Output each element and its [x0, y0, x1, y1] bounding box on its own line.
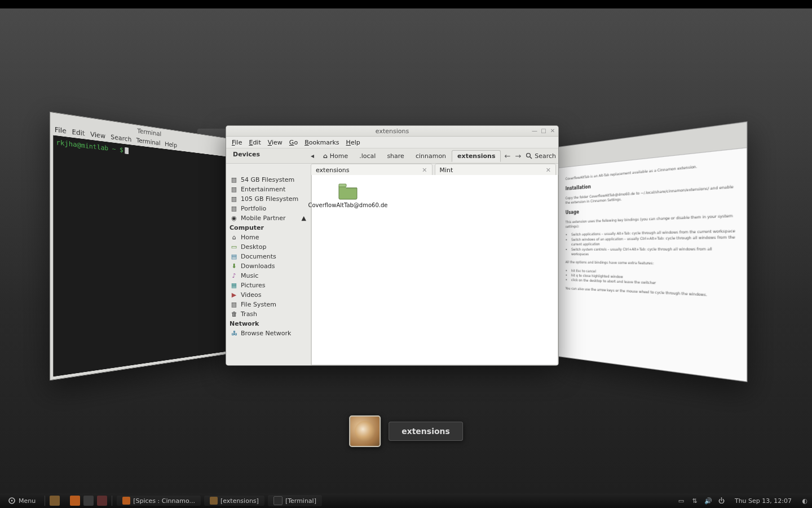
sidebar-item-label: 54 GB Filesystem — [241, 176, 294, 183]
sidebar-item-music[interactable]: ♪Music — [228, 271, 308, 281]
sidebar-item-home[interactable]: ⌂Home — [228, 233, 308, 242]
fm-sidebar[interactable]: ▥54 GB Filesystem ▥Entertainment ▥105 GB… — [226, 175, 311, 365]
window-file-manager[interactable]: extensions — □ ✕ File Edit View Go Bookm… — [226, 125, 559, 366]
network-tray-icon[interactable]: ⇅ — [691, 497, 699, 505]
display-icon[interactable]: ▭ — [677, 497, 685, 505]
sidebar-item-label: Videos — [241, 291, 262, 299]
usb-icon: ◉ — [231, 214, 237, 221]
menu-edit[interactable]: Edit — [249, 139, 261, 146]
sidebar-item-label: Mobile Partner — [241, 214, 286, 222]
bottom-panel[interactable]: Menu [Spices : Cinnamo... [extensions] [… — [0, 493, 812, 508]
window-terminal[interactable]: Terminal File Edit View Search Terminal … — [50, 112, 230, 381]
task-icon — [210, 497, 218, 505]
tab-close-icon[interactable]: ✕ — [422, 167, 427, 174]
coverflow-label: extensions — [389, 422, 463, 441]
minimize-button[interactable]: — — [531, 127, 538, 134]
sidebar-item-network[interactable]: 🖧Browse Network — [228, 329, 308, 338]
eject-icon[interactable]: ▲ — [302, 214, 306, 222]
search-button[interactable]: Search — [526, 152, 556, 160]
fm-content[interactable]: CoverflowAltTab@dmo60.de — [311, 175, 558, 365]
system-tray[interactable]: ▭ ⇅ 🔊 ⏻ Thu Sep 13, 12:07 ◐ — [677, 497, 809, 505]
terminal-content[interactable]: rkjha@mintlab ~ $ — [53, 135, 227, 377]
drive-icon: ▥ — [231, 205, 237, 212]
breadcrumb[interactable]: Home .local share cinnamon extensions — [317, 150, 501, 162]
taskbar-item-terminal[interactable]: [Terminal] — [268, 495, 322, 506]
menu-button[interactable]: Menu — [3, 496, 40, 506]
panel-separator — [45, 496, 45, 506]
taskbar-item-extensions[interactable]: [extensions] — [204, 496, 264, 506]
menu-bookmarks[interactable]: Bookmarks — [304, 139, 339, 146]
sidebar-item-label: Home — [241, 234, 259, 241]
window-browser[interactable]: CoverflowAltTab is an Alt-Tab replacemen… — [558, 121, 747, 382]
browser-page[interactable]: CoverflowAltTab is an Alt-Tab replacemen… — [559, 148, 747, 310]
taskbar-item-spices[interactable]: [Spices : Cinnamo... — [117, 496, 201, 506]
sidebar-item-drive[interactable]: ▥Entertainment — [228, 185, 308, 194]
terminal-menu-edit[interactable]: Edit — [72, 128, 85, 137]
sidebar-item-pictures[interactable]: ▦Pictures — [228, 281, 308, 290]
crumb-home[interactable]: Home — [317, 150, 354, 162]
sidebar-item-videos[interactable]: ▶Videos — [228, 290, 308, 300]
power-icon[interactable]: ⏻ — [718, 497, 726, 505]
browser-text: This extension uses the following key bi… — [566, 213, 737, 229]
volume-icon[interactable]: 🔊 — [704, 497, 712, 505]
fm-titlebar[interactable]: extensions — □ ✕ — [226, 126, 558, 137]
svg-rect-2 — [339, 184, 346, 187]
launcher-app1[interactable] — [70, 496, 80, 506]
terminal-menu-view[interactable]: View — [90, 130, 105, 140]
sidebar-item-label: Browse Network — [241, 330, 291, 337]
menu-go[interactable]: Go — [289, 139, 298, 146]
documents-icon: ▤ — [231, 253, 237, 260]
tab-mint[interactable]: Mint ✕ — [435, 164, 557, 176]
terminal-menu-terminal[interactable]: Terminal — [136, 137, 161, 147]
sidebar-item-desktop[interactable]: ▭Desktop — [228, 242, 308, 252]
sidebar-item-label: Music — [241, 272, 258, 279]
sidebar-item-filesystem[interactable]: ▥File System — [228, 300, 308, 309]
terminal-menu-file[interactable]: File — [55, 126, 67, 135]
menu-icon — [8, 497, 16, 505]
sidebar-item-downloads[interactable]: ⬇Downloads — [228, 261, 308, 271]
nav-forward-icon[interactable]: → — [515, 152, 521, 160]
fm-title: extensions — [376, 128, 409, 135]
launcher-app3[interactable] — [97, 496, 107, 506]
terminal-menu-help[interactable]: Help — [165, 141, 177, 149]
drive-icon: ▥ — [231, 186, 237, 193]
maximize-button[interactable]: □ — [540, 127, 547, 134]
music-icon: ♪ — [231, 273, 237, 279]
svg-point-0 — [527, 154, 531, 157]
crumb-local[interactable]: .local — [354, 150, 381, 162]
menu-label: Menu — [19, 497, 36, 505]
sidebar-item-drive[interactable]: ▥Portfolio — [228, 204, 308, 213]
sidebar-item-usb[interactable]: ◉Mobile Partner▲ — [228, 213, 308, 223]
fm-menubar[interactable]: File Edit View Go Bookmarks Help — [226, 137, 558, 148]
fm-tabbar[interactable]: extensions ✕ Mint ✕ — [226, 164, 558, 176]
panel-separator — [112, 496, 112, 506]
tab-close-icon[interactable]: ✕ — [546, 167, 551, 174]
terminal-menu-search[interactable]: Search — [111, 133, 131, 143]
filesystem-icon: ▥ — [231, 301, 237, 308]
drive-icon: ▥ — [231, 177, 237, 183]
sidebar-item-documents[interactable]: ▤Documents — [228, 252, 308, 261]
task-label: [Spices : Cinnamo... — [133, 497, 195, 505]
sidebar-item-label: 105 GB Filesystem — [241, 195, 298, 203]
menu-file[interactable]: File — [232, 139, 242, 146]
nautilus-icon — [349, 415, 381, 447]
coverflow-caption: extensions — [349, 415, 463, 447]
crumb-share[interactable]: share — [381, 150, 410, 162]
menu-help[interactable]: Help — [346, 139, 360, 146]
tab-extensions[interactable]: extensions ✕ — [311, 164, 433, 176]
crumb-extensions[interactable]: extensions — [452, 150, 501, 162]
fm-sidebar-top: Devices — [226, 147, 317, 159]
close-button[interactable]: ✕ — [549, 127, 556, 134]
nav-back-icon[interactable]: ← — [504, 152, 510, 160]
menu-view[interactable]: View — [268, 139, 283, 146]
sidebar-item-drive[interactable]: ▥54 GB Filesystem — [228, 175, 308, 185]
sidebar-item-trash[interactable]: 🗑Trash — [228, 309, 308, 319]
user-icon[interactable]: ◐ — [801, 497, 809, 505]
launcher-files[interactable] — [50, 496, 60, 506]
sidebar-item-drive[interactable]: ▥105 GB Filesystem — [228, 194, 308, 204]
crumb-cinnamon[interactable]: cinnamon — [410, 150, 452, 162]
folder-item[interactable]: CoverflowAltTab@dmo60.de — [320, 183, 376, 209]
launcher-app2[interactable] — [83, 496, 94, 506]
clock[interactable]: Thu Sep 13, 12:07 — [735, 497, 792, 505]
home-icon: ⌂ — [231, 234, 237, 241]
